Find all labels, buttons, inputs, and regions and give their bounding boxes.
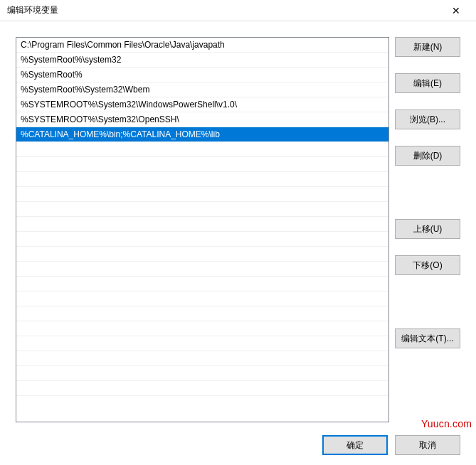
list-item-empty[interactable] [16,381,388,396]
list-item-empty[interactable] [16,217,388,232]
list-item-empty[interactable] [16,321,388,336]
move-down-button[interactable]: 下移(O) [395,255,460,275]
dialog-content: C:\Program Files\Common Files\Oracle\Jav… [16,37,460,422]
dialog-footer: 确定 取消 [322,435,460,455]
list-item-empty[interactable] [16,202,388,217]
close-icon[interactable]: ✕ [442,1,470,21]
move-up-button[interactable]: 上移(U) [395,219,460,239]
ok-button[interactable]: 确定 [322,435,388,455]
list-item[interactable]: %SystemRoot%\system32 [16,53,388,68]
list-item[interactable]: C:\Program Files\Common Files\Oracle\Jav… [16,38,388,53]
list-item[interactable]: %SystemRoot% [16,68,388,82]
path-list[interactable]: C:\Program Files\Common Files\Oracle\Jav… [16,37,389,422]
list-item-empty[interactable] [16,306,388,321]
list-item-empty[interactable] [16,172,388,187]
edit-button[interactable]: 编辑(E) [395,73,460,93]
browse-button[interactable]: 浏览(B)... [395,109,460,129]
list-item-empty[interactable] [16,351,388,366]
titlebar: 编辑环境变量 ✕ [0,0,476,21]
list-item[interactable]: %SystemRoot%\System32\Wbem [16,82,388,97]
window-title: 编辑环境变量 [7,4,58,16]
cancel-button[interactable]: 取消 [395,435,460,455]
list-item-empty[interactable] [16,262,388,277]
list-item-empty[interactable] [16,247,388,262]
list-item-empty[interactable] [16,277,388,292]
list-item-empty[interactable] [16,157,388,172]
list-item[interactable]: %SYSTEMROOT%\System32\WindowsPowerShell\… [16,97,388,112]
list-item[interactable]: %CATALINA_HOME%\bin;%CATALINA_HOME%\lib [16,127,388,142]
new-button[interactable]: 新建(N) [395,37,460,57]
list-item-empty[interactable] [16,187,388,202]
list-item-empty[interactable] [16,366,388,381]
list-item-empty[interactable] [16,292,388,306]
list-item-empty[interactable] [16,232,388,247]
list-item-empty[interactable] [16,336,388,351]
list-item[interactable]: %SYSTEMROOT%\System32\OpenSSH\ [16,112,388,127]
button-sidebar: 新建(N) 编辑(E) 浏览(B)... 删除(D) 上移(U) 下移(O) 编… [395,37,460,422]
list-item-empty[interactable] [16,142,388,157]
delete-button[interactable]: 删除(D) [395,146,460,166]
edit-text-button[interactable]: 编辑文本(T)... [395,328,460,348]
